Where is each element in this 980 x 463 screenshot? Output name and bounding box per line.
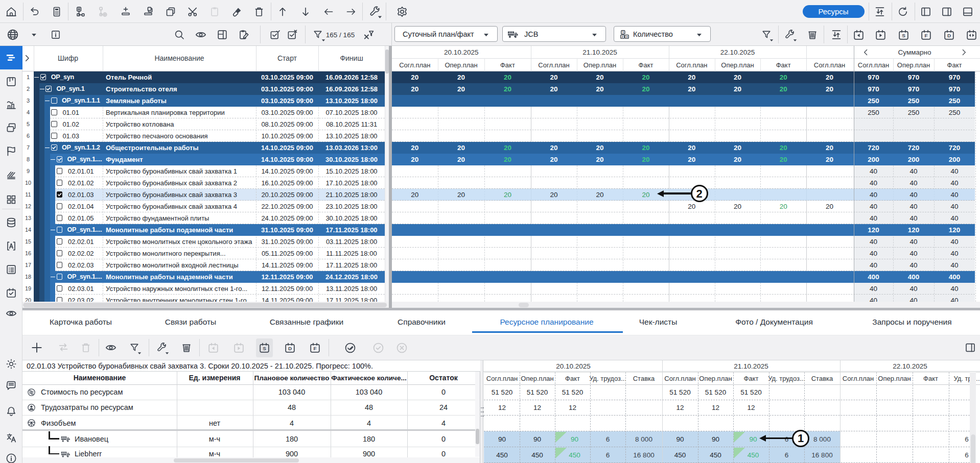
svg-text:D: D: [288, 345, 291, 351]
svg-text:1: 1: [622, 30, 624, 34]
svg-text:D: D: [947, 32, 950, 38]
svg-text:F: F: [924, 32, 927, 38]
svg-text:S: S: [263, 345, 266, 351]
svg-text:S: S: [902, 32, 905, 38]
svg-text:3: 3: [625, 35, 627, 38]
svg-text:F: F: [313, 345, 316, 351]
svg-text:2: 2: [621, 35, 623, 38]
